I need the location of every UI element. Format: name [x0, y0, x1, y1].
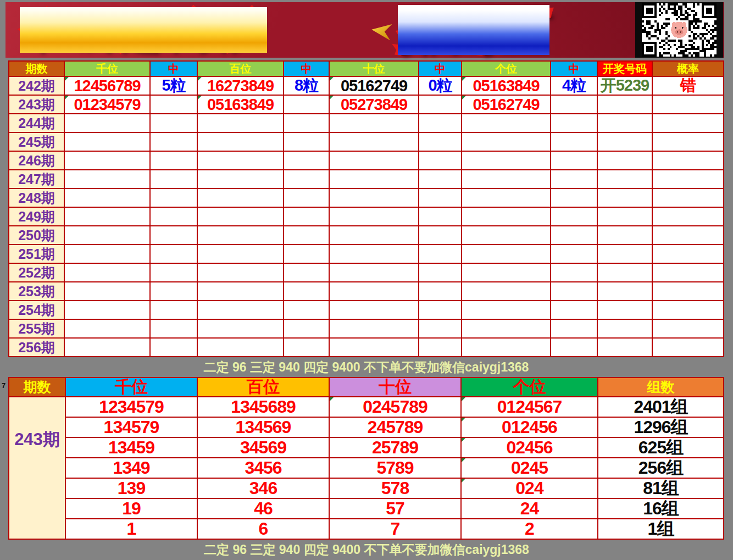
t1-data-cell — [551, 152, 598, 170]
t2-data-cell: 578 — [330, 479, 462, 499]
t1-data-cell: 05163849 — [198, 96, 284, 114]
t2-data-cell: 012456 — [462, 418, 598, 438]
t1-data-cell — [419, 152, 462, 170]
t1-header-col2: 中 — [151, 60, 198, 77]
t1-data-cell — [151, 189, 198, 208]
t1-data-cell — [598, 226, 653, 245]
t1-data-cell — [330, 245, 419, 264]
t1-data-cell — [198, 339, 284, 357]
t1-header-col7: 个位 — [462, 60, 551, 77]
t1-period-cell: 245期 — [8, 133, 65, 152]
t1-data-cell — [598, 339, 653, 357]
t2-data-cell: 1296组 — [598, 418, 724, 438]
t1-data-cell — [653, 282, 724, 301]
t1-header-col8: 中 — [551, 60, 598, 77]
t1-data-cell — [462, 152, 551, 170]
t1-data-cell: 16273849 — [198, 77, 284, 96]
t1-data-cell — [65, 282, 151, 301]
t1-period-cell: 242期 — [8, 77, 65, 96]
t1-data-cell — [598, 170, 653, 189]
t1-period-cell: 252期 — [8, 264, 65, 282]
t2-data-cell: 2401组 — [598, 397, 724, 418]
t1-data-cell — [284, 170, 330, 189]
t1-data-cell — [551, 226, 598, 245]
ribbon-decoration-icon — [371, 22, 392, 41]
t2-data-cell: 81组 — [598, 479, 724, 499]
t1-data-cell — [653, 264, 724, 282]
t1-data-cell — [653, 320, 724, 339]
t2-data-cell: 245789 — [330, 418, 462, 438]
t1-data-cell — [330, 170, 419, 189]
t1-data-cell — [598, 96, 653, 114]
t1-data-cell — [198, 264, 284, 282]
t1-data-cell — [65, 320, 151, 339]
t1-data-cell — [330, 320, 419, 339]
t1-data-cell — [330, 226, 419, 245]
t1-data-cell — [653, 301, 724, 320]
t1-header-col9: 开奖号码 — [598, 60, 653, 77]
t1-data-cell — [330, 282, 419, 301]
t1-data-cell — [419, 339, 462, 357]
t1-data-cell — [198, 245, 284, 264]
t2-data-cell: 02456 — [462, 438, 598, 458]
t1-data-cell — [462, 189, 551, 208]
t2-header-col0: 期数 — [8, 377, 66, 397]
t1-data-cell — [551, 320, 598, 339]
t1-data-cell: 12456789 — [65, 77, 151, 96]
t1-data-cell — [598, 152, 653, 170]
t2-data-cell: 0245 — [462, 458, 598, 479]
t1-data-cell — [598, 208, 653, 226]
t2-data-cell: 6 — [198, 519, 330, 540]
t1-data-cell — [198, 170, 284, 189]
t1-data-cell — [330, 114, 419, 133]
t2-data-cell: 1345689 — [198, 397, 330, 418]
t1-data-cell — [419, 133, 462, 152]
t1-data-cell — [284, 133, 330, 152]
t1-data-cell — [419, 320, 462, 339]
t1-data-cell — [653, 189, 724, 208]
t1-data-cell — [65, 301, 151, 320]
t2-data-cell: 5789 — [330, 458, 462, 479]
t1-data-cell — [653, 226, 724, 245]
t2-header-col2: 百位 — [198, 377, 330, 397]
t1-data-cell — [198, 189, 284, 208]
t2-data-cell: 139 — [66, 479, 198, 499]
t1-data-cell: 01234579 — [65, 96, 151, 114]
t1-data-cell — [462, 245, 551, 264]
t1-data-cell — [551, 208, 598, 226]
t1-data-cell — [151, 320, 198, 339]
t1-data-cell — [551, 264, 598, 282]
group-count-table: 期数千位百位十位个位组数243期123457913456890245789012… — [8, 377, 724, 540]
t1-data-cell — [151, 208, 198, 226]
t1-data-cell — [284, 152, 330, 170]
t1-data-cell — [462, 301, 551, 320]
promo-bar-bottom: 二定 96 三定 940 四定 9400 不下单不要加微信caiygj1368 — [0, 540, 733, 560]
t1-data-cell — [653, 208, 724, 226]
t1-data-cell — [419, 114, 462, 133]
t1-data-cell — [598, 133, 653, 152]
t1-data-cell — [284, 245, 330, 264]
t1-header-col10: 概率 — [653, 60, 724, 77]
t1-data-cell — [65, 189, 151, 208]
t1-period-cell: 244期 — [8, 114, 65, 133]
t1-data-cell — [284, 189, 330, 208]
t2-data-cell: 256组 — [598, 458, 724, 479]
t1-data-cell — [551, 282, 598, 301]
t1-data-cell — [462, 114, 551, 133]
t2-header-col3: 十位 — [330, 377, 462, 397]
t1-data-cell — [551, 114, 598, 133]
t1-data-cell — [151, 339, 198, 357]
t1-data-cell — [284, 264, 330, 282]
t1-data-cell — [598, 282, 653, 301]
t1-data-cell — [284, 339, 330, 357]
promo-text-middle: 二定 96 三定 940 四定 9400 不下单不要加微信caiygj1368 — [204, 359, 529, 376]
banner-title-right-text: 排列五 — [398, 5, 549, 55]
t1-data-cell — [419, 245, 462, 264]
t1-data-cell: 开5239 — [598, 77, 653, 96]
t2-data-cell: 46 — [198, 499, 330, 519]
t1-period-cell: 246期 — [8, 152, 65, 170]
t2-header-col4: 个位 — [462, 377, 598, 397]
t1-data-cell — [462, 133, 551, 152]
t1-data-cell — [330, 339, 419, 357]
t1-data-cell — [598, 189, 653, 208]
